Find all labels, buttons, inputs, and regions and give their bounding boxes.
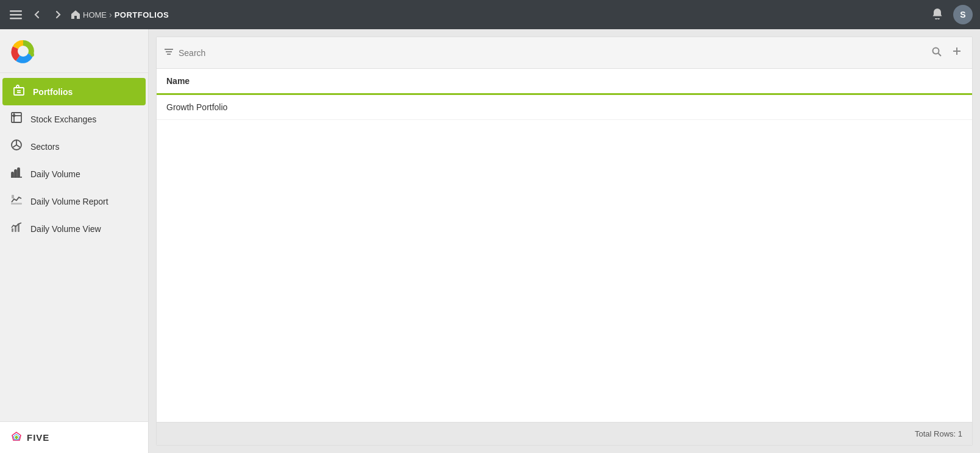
- stock-exchanges-label: Stock Exchanges: [30, 114, 96, 124]
- svg-rect-20: [12, 228, 13, 232]
- svg-line-30: [939, 53, 942, 56]
- sidebar-item-sectors[interactable]: Sectors: [0, 133, 148, 160]
- table-row[interactable]: Growth Portfolio: [157, 95, 972, 120]
- home-label: HOME: [83, 10, 107, 19]
- topbar: HOME › PORTFOLIOS S: [0, 0, 980, 29]
- portfolios-panel: Name Growth Portfolio Total Rows: 1: [156, 37, 973, 446]
- app-logo-icon: [10, 38, 37, 65]
- sidebar-nav: Portfolios Stock Exchanges: [0, 73, 148, 421]
- topbar-right: S: [931, 5, 973, 24]
- five-logo-icon: [10, 431, 23, 444]
- daily-volume-view-label: Daily Volume View: [30, 224, 101, 234]
- svg-point-4: [18, 46, 29, 57]
- svg-rect-15: [15, 170, 16, 177]
- sectors-icon: [10, 139, 23, 154]
- stock-exchanges-icon: [10, 111, 23, 127]
- daily-volume-report-icon: [10, 194, 23, 209]
- svg-point-5: [30, 53, 34, 57]
- back-icon[interactable]: [29, 7, 45, 23]
- home-link[interactable]: HOME: [71, 10, 107, 19]
- sidebar-logo: [0, 29, 148, 73]
- daily-volume-view-icon: [10, 221, 23, 236]
- add-button[interactable]: [949, 43, 965, 62]
- search-icon[interactable]: [929, 44, 944, 61]
- svg-rect-9: [12, 113, 21, 122]
- svg-rect-1: [10, 14, 22, 16]
- svg-rect-18: [11, 203, 22, 205]
- sidebar-item-daily-volume-view[interactable]: Daily Volume View: [0, 215, 148, 242]
- forward-icon[interactable]: [50, 7, 66, 23]
- breadcrumb-separator: ›: [109, 10, 112, 19]
- daily-volume-icon: [10, 166, 23, 181]
- sectors-label: Sectors: [30, 142, 59, 152]
- svg-rect-0: [10, 10, 22, 12]
- breadcrumb: HOME › PORTFOLIOS: [71, 10, 169, 19]
- table-header: Name: [157, 69, 972, 95]
- sidebar-footer: FIVE: [0, 421, 148, 453]
- user-avatar[interactable]: S: [953, 5, 973, 24]
- daily-volume-report-label: Daily Volume Report: [30, 197, 108, 206]
- svg-rect-6: [14, 88, 24, 95]
- row-name-cell: Growth Portfolio: [166, 102, 227, 112]
- sidebar-item-portfolios[interactable]: Portfolios: [2, 78, 146, 105]
- table-body: Growth Portfolio: [157, 95, 972, 422]
- notifications-icon[interactable]: [931, 7, 943, 23]
- portfolios-icon: [12, 84, 26, 99]
- svg-rect-16: [18, 168, 20, 177]
- portfolios-table: Name Growth Portfolio: [157, 69, 972, 422]
- svg-point-29: [933, 47, 939, 54]
- svg-marker-25: [15, 435, 18, 439]
- svg-rect-2: [10, 18, 22, 19]
- column-name-header: Name: [166, 76, 190, 86]
- filter-icon: [164, 47, 174, 59]
- svg-point-12: [13, 115, 15, 117]
- sidebar: Portfolios Stock Exchanges: [0, 29, 149, 453]
- svg-rect-14: [12, 172, 13, 177]
- portfolios-label: Portfolios: [33, 87, 73, 97]
- current-page-label: PORTFOLIOS: [115, 10, 169, 19]
- sidebar-item-daily-volume[interactable]: Daily Volume: [0, 160, 148, 188]
- total-rows-label: Total Rows: 1: [915, 429, 962, 438]
- hamburger-menu-icon[interactable]: [7, 6, 24, 23]
- panel-toolbar: [157, 37, 972, 69]
- search-input[interactable]: [179, 48, 925, 58]
- main-layout: Portfolios Stock Exchanges: [0, 29, 980, 453]
- svg-rect-19: [12, 195, 14, 198]
- sidebar-item-daily-volume-report[interactable]: Daily Volume Report: [0, 188, 148, 215]
- panel-footer: Total Rows: 1: [157, 422, 972, 445]
- daily-volume-label: Daily Volume: [30, 169, 80, 179]
- sidebar-item-stock-exchanges[interactable]: Stock Exchanges: [0, 105, 148, 133]
- content-area: Name Growth Portfolio Total Rows: 1: [149, 29, 980, 453]
- brand-label: FIVE: [27, 432, 49, 443]
